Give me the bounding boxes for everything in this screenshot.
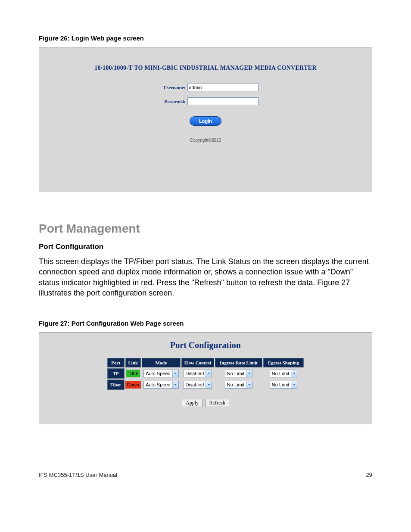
login-panel: 10/100/1000-T TO MINI-GBIC INDUSTRIAL MA… — [39, 47, 372, 192]
chevron-down-icon — [172, 381, 178, 388]
row-link: Down — [125, 380, 141, 390]
login-button[interactable]: Login — [190, 116, 221, 126]
username-label: Username: — [153, 85, 187, 90]
chevron-down-icon — [246, 370, 252, 377]
password-label: Password: — [153, 99, 187, 104]
ingress-select-0-value: No Limit — [225, 370, 246, 377]
chevron-down-icon — [206, 381, 212, 388]
col-egress: Egress Shaping — [263, 358, 304, 367]
port-config-panel: Port Configuration Port Link Mode Flow C… — [39, 333, 372, 424]
ingress-select-0[interactable]: No Limit — [225, 370, 252, 377]
row-egress: No Limit — [263, 380, 304, 390]
section-body: This screen displays the TP/Fiber port s… — [39, 256, 372, 298]
col-port: Port — [107, 358, 125, 367]
table-row: TP100FAuto SpeedDisabledNo LimitNo Limit — [107, 368, 304, 379]
chevron-down-icon — [291, 370, 297, 377]
page-footer: IFS MC355-1T/1S User Manual 29 — [39, 472, 372, 478]
row-mode: Auto Speed — [142, 368, 181, 379]
row-port: Fiber — [107, 380, 125, 390]
login-product-title: 10/100/1000-T TO MINI-GBIC INDUSTRIAL MA… — [39, 65, 372, 72]
username-row: Username: — [39, 84, 372, 91]
port-config-buttons: Apply Refresh — [43, 398, 368, 407]
flow-select-0[interactable]: Disabled — [183, 370, 212, 377]
egress-select-0[interactable]: No Limit — [270, 370, 297, 377]
col-link: Link — [125, 358, 141, 367]
refresh-button[interactable]: Refresh — [206, 399, 229, 407]
footer-right: 29 — [366, 472, 372, 478]
row-egress: No Limit — [263, 368, 304, 379]
footer-left: IFS MC355-1T/1S User Manual — [39, 472, 117, 478]
chevron-down-icon — [291, 381, 297, 388]
apply-button[interactable]: Apply — [182, 399, 202, 407]
row-ingress: No Limit — [215, 380, 262, 390]
login-copyright: Copyright©2010 — [39, 138, 372, 143]
mode-select-1[interactable]: Auto Speed — [143, 381, 179, 389]
mode-select-0[interactable]: Auto Speed — [143, 370, 179, 377]
port-config-table: Port Link Mode Flow Control Ingress Rate… — [106, 357, 305, 391]
col-flow: Flow Control — [181, 358, 214, 367]
table-header-row: Port Link Mode Flow Control Ingress Rate… — [107, 358, 304, 367]
section-title: Port Management — [39, 222, 372, 236]
egress-select-0-value: No Limit — [270, 370, 291, 377]
chevron-down-icon — [206, 370, 212, 377]
flow-select-1-value: Disabled — [184, 381, 206, 388]
mode-select-1-value: Auto Speed — [144, 381, 172, 388]
table-row: FiberDownAuto SpeedDisabledNo LimitNo Li… — [107, 380, 304, 390]
egress-select-1[interactable]: No Limit — [270, 381, 297, 389]
row-flow: Disabled — [181, 368, 214, 379]
egress-select-1-value: No Limit — [270, 381, 291, 388]
row-mode: Auto Speed — [142, 380, 181, 390]
port-config-title: Port Configuration — [43, 340, 368, 350]
col-ingress: Ingress Rate Limit — [215, 358, 262, 367]
subsection-title: Port Configuration — [39, 243, 372, 251]
chevron-down-icon — [246, 381, 252, 388]
ingress-select-1[interactable]: No Limit — [225, 381, 252, 389]
password-input[interactable] — [187, 97, 258, 105]
row-link: 100F — [125, 368, 141, 379]
flow-select-1[interactable]: Disabled — [183, 381, 212, 389]
password-row: Password: — [39, 97, 372, 105]
row-ingress: No Limit — [215, 368, 262, 379]
row-flow: Disabled — [181, 380, 214, 390]
chevron-down-icon — [172, 370, 178, 377]
ingress-select-1-value: No Limit — [225, 381, 246, 388]
row-port: TP — [107, 368, 125, 379]
flow-select-0-value: Disabled — [184, 370, 206, 377]
username-input[interactable] — [187, 84, 258, 91]
mode-select-0-value: Auto Speed — [144, 370, 172, 377]
figure27-caption: Figure 27: Port Configuration Web Page s… — [39, 320, 372, 327]
figure26-caption: Figure 26: Login Web page screen — [39, 34, 372, 42]
col-mode: Mode — [142, 358, 181, 367]
